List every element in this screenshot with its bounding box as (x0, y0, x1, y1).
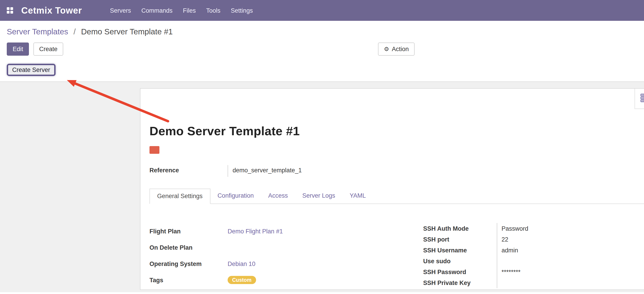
ssh-password-label: SSH Password (423, 266, 497, 277)
use-sudo-label: Use sudo (423, 255, 497, 266)
action-menu-label: Action (392, 45, 409, 53)
servers-stat-button[interactable]: 0 Servers (634, 89, 644, 109)
breadcrumb: Server Templates / Demo Server Template … (7, 21, 637, 37)
field-row-ssh-password: SSH Password ******** (423, 266, 644, 277)
ssh-auth-mode-label: SSH Auth Mode (423, 223, 497, 234)
record-title: Demo Server Template #1 (150, 124, 644, 138)
color-swatch (150, 146, 160, 154)
breadcrumb-separator: / (74, 27, 76, 36)
operating-system-link[interactable]: Debian 10 (228, 260, 256, 267)
field-row-use-sudo: Use sudo (423, 255, 644, 266)
ssh-auth-mode-value: Password (497, 223, 644, 234)
reference-field-row: Reference demo_server_template_1 (150, 165, 644, 177)
main-menu: Servers Commands Files Tools Settings (110, 7, 253, 14)
breadcrumb-parent-link[interactable]: Server Templates (7, 27, 68, 36)
menu-item-settings[interactable]: Settings (231, 7, 253, 14)
field-row-flight-plan: Flight Plan Demo Flight Plan #1 (150, 223, 423, 239)
edit-button[interactable]: Edit (7, 43, 29, 56)
tab-content-general-settings: Flight Plan Demo Flight Plan #1 On Delet… (150, 223, 644, 288)
top-navbar: Cetmix Tower Servers Commands Files Tool… (0, 0, 644, 21)
tab-server-logs[interactable]: Server Logs (295, 189, 342, 204)
ssh-port-label: SSH port (423, 234, 497, 245)
content-area: 0 Servers Demo Server Template #1 Refere… (0, 81, 644, 292)
field-row-operating-system: Operating System Debian 10 (150, 255, 423, 272)
highlight-row: Create Server (7, 64, 637, 81)
tab-configuration[interactable]: Configuration (210, 189, 261, 204)
apps-grid-icon[interactable] (7, 7, 13, 14)
menu-item-tools[interactable]: Tools (206, 7, 220, 14)
ssh-port-value: 22 (497, 234, 644, 245)
server-template-form-card: 0 Servers Demo Server Template #1 Refere… (140, 88, 644, 290)
gear-icon: ⚙ (384, 45, 389, 53)
brand-title[interactable]: Cetmix Tower (21, 5, 82, 16)
tab-general-settings[interactable]: General Settings (150, 189, 210, 204)
tags-label: Tags (150, 272, 228, 288)
on-delete-plan-value (228, 239, 423, 255)
field-row-tags: Tags Custom (150, 272, 423, 288)
ssh-username-label: SSH Username (423, 245, 497, 255)
tab-yaml[interactable]: YAML (342, 189, 373, 204)
ssh-private-key-value (497, 277, 644, 288)
reference-value: demo_server_template_1 (228, 165, 302, 177)
right-field-group: SSH Auth Mode Password SSH port 22 SSH U… (423, 223, 644, 288)
flight-plan-link[interactable]: Demo Flight Plan #1 (228, 228, 283, 234)
tag-badge-custom: Custom (228, 276, 256, 284)
notebook-tabs: General Settings Configuration Access Se… (150, 189, 644, 204)
action-menu-button[interactable]: ⚙ Action (378, 43, 414, 56)
button-row: Edit Create ⚙ Action (7, 43, 637, 56)
create-button[interactable]: Create (33, 43, 63, 56)
menu-item-servers[interactable]: Servers (110, 7, 131, 14)
app-root: Cetmix Tower Servers Commands Files Tool… (0, 0, 644, 294)
form-sheet: Demo Server Template #1 Reference demo_s… (140, 124, 644, 288)
control-panel: Server Templates / Demo Server Template … (0, 21, 644, 81)
field-row-on-delete-plan: On Delete Plan (150, 239, 423, 255)
ssh-username-value: admin (497, 245, 644, 255)
menu-item-commands[interactable]: Commands (141, 7, 172, 14)
create-server-button[interactable]: Create Server (7, 64, 56, 76)
menu-item-files[interactable]: Files (183, 7, 196, 14)
flight-plan-label: Flight Plan (150, 223, 228, 239)
field-row-ssh-username: SSH Username admin (423, 245, 644, 255)
tab-access[interactable]: Access (261, 189, 295, 204)
on-delete-plan-label: On Delete Plan (150, 239, 228, 255)
field-row-ssh-private-key: SSH Private Key (423, 277, 644, 288)
operating-system-label: Operating System (150, 255, 228, 272)
servers-rack-icon (640, 93, 644, 104)
field-row-ssh-auth-mode: SSH Auth Mode Password (423, 223, 644, 234)
reference-label: Reference (150, 165, 228, 177)
breadcrumb-current: Demo Server Template #1 (81, 27, 173, 36)
left-field-group: Flight Plan Demo Flight Plan #1 On Delet… (150, 223, 423, 288)
use-sudo-value (497, 255, 644, 266)
ssh-private-key-label: SSH Private Key (423, 277, 497, 288)
field-row-ssh-port: SSH port 22 (423, 234, 644, 245)
ssh-password-value: ******** (497, 266, 644, 277)
